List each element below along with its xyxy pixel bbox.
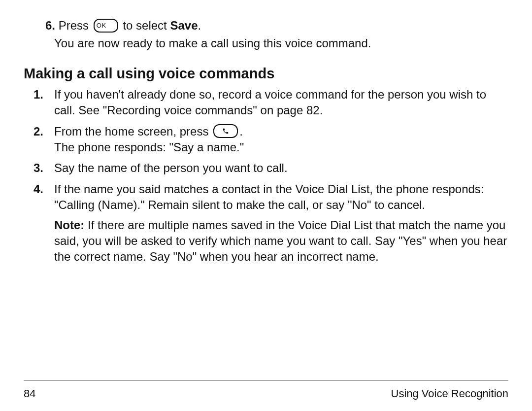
step-6-subtext: You are now ready to make a call using t… xyxy=(54,35,508,51)
step-4-note: Note: If there are multiple names saved … xyxy=(54,217,508,265)
footer-section: Using Voice Recognition xyxy=(391,387,508,400)
step-2: 2. From the home screen, press . The pho… xyxy=(24,124,508,156)
step-6: 6. Press OK to select Save. xyxy=(33,18,508,34)
step-1-body: If you haven't already done so, record a… xyxy=(54,88,486,117)
step-3-body: Say the name of the person you want to c… xyxy=(54,161,288,174)
step-4: 4. If the name you said matches a contac… xyxy=(24,181,508,265)
step-6-text-before: Press xyxy=(59,19,92,32)
step-4-body: If the name you said matches a contact i… xyxy=(54,182,484,211)
section-heading: Making a call using voice commands xyxy=(24,66,508,82)
note-body: If there are multiple names saved in the… xyxy=(54,218,507,264)
ok-key-icon: OK xyxy=(94,19,118,33)
page-number: 84 xyxy=(24,387,35,400)
step-1: 1. If you haven't already done so, recor… xyxy=(24,87,508,119)
step-2-number: 2. xyxy=(33,124,43,139)
call-key-icon xyxy=(213,124,238,138)
step-6-save-word: Save xyxy=(170,19,198,32)
step-4-number: 4. xyxy=(33,181,43,197)
manual-page: 6. Press OK to select Save. You are now … xyxy=(0,0,532,411)
steps-list: 1. If you haven't already done so, recor… xyxy=(24,87,508,265)
phone-handset-icon xyxy=(222,128,229,135)
note-label: Note: xyxy=(54,218,84,232)
step-3-number: 3. xyxy=(33,160,43,176)
step-6-text-after: to select xyxy=(123,19,170,32)
page-footer: 84 Using Voice Recognition xyxy=(24,387,508,400)
step-1-number: 1. xyxy=(33,87,43,103)
step-6-number: 6. xyxy=(45,19,55,32)
footer-rule xyxy=(24,380,508,380)
step-3: 3. Say the name of the person you want t… xyxy=(24,160,508,176)
step-2-line2: The phone responds: "Say a name." xyxy=(54,140,244,154)
step-2-after: . xyxy=(239,125,243,138)
step-2-before: From the home screen, press xyxy=(54,125,212,138)
